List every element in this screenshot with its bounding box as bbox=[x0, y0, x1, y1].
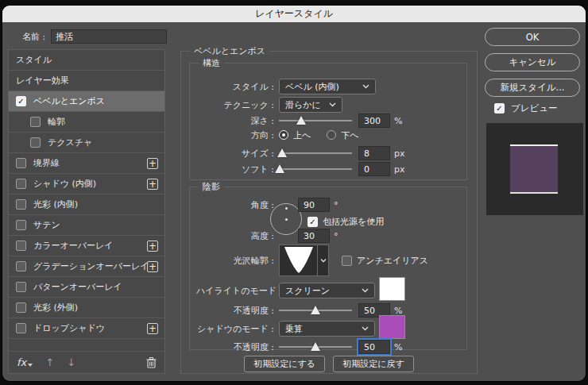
chevron-down-icon bbox=[362, 84, 369, 89]
soften-slider[interactable] bbox=[279, 164, 352, 175]
checkbox[interactable] bbox=[30, 117, 41, 127]
style-name-input[interactable] bbox=[51, 29, 167, 44]
chevron-down-icon bbox=[329, 102, 336, 107]
move-down-icon[interactable]: ↓ bbox=[67, 356, 75, 368]
checkbox[interactable] bbox=[16, 261, 26, 271]
slider-thumb[interactable] bbox=[275, 164, 284, 173]
antialias-checkbox[interactable] bbox=[342, 256, 352, 266]
add-effect-icon[interactable]: + bbox=[147, 323, 158, 334]
slider-thumb[interactable] bbox=[311, 342, 320, 351]
shadow-mode-select[interactable]: 乗算 bbox=[279, 321, 375, 337]
angle-input[interactable]: 90 bbox=[298, 198, 330, 212]
size-unit: px bbox=[394, 148, 405, 159]
sidebar-item-inner-shadow[interactable]: シャドウ (内側) + bbox=[9, 174, 164, 194]
soften-unit: px bbox=[394, 164, 405, 175]
checkbox[interactable] bbox=[16, 199, 26, 210]
style-preview bbox=[486, 123, 583, 215]
sidebar-item-gradient-overlay[interactable]: グラデーションオーバーレイ + bbox=[9, 256, 164, 277]
size-slider[interactable] bbox=[279, 148, 352, 159]
checkbox[interactable] bbox=[16, 179, 26, 189]
make-default-button[interactable]: 初期設定にする bbox=[244, 356, 325, 372]
sidebar-item-label: ベベルとエンボス bbox=[33, 95, 105, 107]
sidebar-footer: fx ↑ ↓ bbox=[9, 351, 164, 373]
move-up-icon[interactable]: ↑ bbox=[45, 356, 54, 368]
shadow-opacity-slider[interactable] bbox=[279, 341, 352, 352]
sidebar-item-label: レイヤー効果 bbox=[16, 75, 69, 87]
depth-input[interactable]: 300 bbox=[358, 114, 390, 128]
chevron-down-icon bbox=[28, 364, 33, 367]
checkbox[interactable] bbox=[16, 302, 26, 313]
bevel-emboss-panel: ベベルとエンボス 構造 スタイル : ベベル (内側) テクニック : 滑らかに bbox=[180, 51, 478, 374]
sidebar-item-pattern-overlay[interactable]: パターンオーバーレイ bbox=[9, 277, 164, 298]
new-style-button[interactable]: 新規スタイル... bbox=[485, 79, 580, 97]
direction-up-radio[interactable] bbox=[279, 130, 288, 140]
gloss-contour-label: 光沢輪郭 : bbox=[196, 255, 274, 267]
checkbox[interactable] bbox=[16, 323, 26, 333]
checkbox[interactable] bbox=[30, 137, 41, 148]
add-effect-icon[interactable]: + bbox=[147, 179, 158, 190]
size-input[interactable]: 8 bbox=[358, 146, 390, 160]
preview-checkbox[interactable] bbox=[494, 103, 505, 114]
checkbox[interactable] bbox=[16, 96, 26, 106]
add-effect-icon[interactable]: + bbox=[147, 158, 158, 169]
sidebar-item-label: 境界線 bbox=[33, 157, 60, 169]
checkbox[interactable] bbox=[16, 220, 26, 230]
style-preview-swatch bbox=[510, 144, 558, 194]
sidebar-item-styles[interactable]: スタイル bbox=[9, 50, 164, 71]
highlight-opacity-label: 不透明度 : bbox=[196, 305, 274, 317]
delete-effect-icon[interactable] bbox=[146, 357, 157, 368]
highlight-color-swatch[interactable] bbox=[379, 277, 405, 301]
angle-label: 角度 : bbox=[196, 199, 274, 211]
global-light-row: 包括光源を使用 bbox=[196, 216, 458, 228]
checkbox[interactable] bbox=[16, 241, 26, 251]
sidebar-item-satin[interactable]: サテン bbox=[9, 215, 164, 236]
checkbox[interactable] bbox=[16, 282, 26, 292]
slider-thumb[interactable] bbox=[277, 148, 287, 157]
fx-menu-icon[interactable]: fx bbox=[17, 356, 33, 368]
sidebar-item-contour[interactable]: 輪郭 bbox=[9, 112, 164, 133]
gloss-contour-picker[interactable] bbox=[279, 244, 329, 276]
cancel-button[interactable]: キャンセル bbox=[485, 53, 580, 71]
use-global-light-checkbox[interactable] bbox=[308, 217, 318, 227]
sidebar-item-blending-options[interactable]: レイヤー効果 bbox=[9, 71, 164, 91]
shadow-color-swatch[interactable] bbox=[379, 315, 405, 339]
slider-thumb[interactable] bbox=[296, 116, 306, 125]
highlight-opacity-slider[interactable] bbox=[279, 305, 352, 316]
sidebar-item-inner-glow[interactable]: 光彩 (内側) bbox=[9, 194, 164, 215]
angle-row: 角度 : 90 ° bbox=[196, 197, 458, 213]
depth-row: 深さ : 300 % bbox=[196, 113, 458, 129]
add-effect-icon[interactable]: + bbox=[147, 241, 158, 252]
shadow-opacity-label: 不透明度 : bbox=[196, 341, 274, 353]
chevron-down-icon[interactable] bbox=[317, 245, 328, 275]
layer-style-dialog: レイヤースタイル 名前 : スタイル レイヤー効果 ベベルとエンボス 輪郭 テク… bbox=[2, 6, 586, 381]
direction-up-label: 上へ bbox=[293, 129, 311, 141]
sidebar-item-stroke[interactable]: 境界線 + bbox=[9, 153, 164, 174]
direction-down-radio[interactable] bbox=[327, 130, 336, 140]
bevel-style-select[interactable]: ベベル (内側) bbox=[279, 79, 376, 94]
highlight-opacity-row: 不透明度 : 50 % bbox=[196, 302, 458, 318]
selected-value: 滑らかに bbox=[285, 99, 321, 111]
checkbox[interactable] bbox=[16, 158, 26, 168]
sidebar-item-drop-shadow[interactable]: ドロップシャドウ + bbox=[9, 318, 164, 339]
altitude-input[interactable]: 30 bbox=[298, 229, 330, 243]
soften-input[interactable]: 0 bbox=[358, 162, 390, 176]
highlight-mode-select[interactable]: スクリーン bbox=[279, 283, 375, 298]
technique-select[interactable]: 滑らかに bbox=[279, 97, 342, 113]
sidebar-item-outer-glow[interactable]: 光彩 (外側) bbox=[9, 298, 164, 318]
ok-button[interactable]: OK bbox=[485, 28, 580, 46]
sidebar-item-color-overlay[interactable]: カラーオーバーレイ + bbox=[9, 236, 164, 256]
direction-label: 方向 : bbox=[196, 129, 274, 141]
depth-slider[interactable] bbox=[279, 115, 352, 126]
contour-thumbnail-icon bbox=[280, 245, 317, 275]
direction-row: 方向 : 上へ 下へ bbox=[196, 129, 458, 141]
add-effect-icon[interactable]: + bbox=[147, 261, 158, 272]
sidebar-item-texture[interactable]: テクスチャ bbox=[9, 133, 164, 153]
panel-title: ベベルとエンボス bbox=[190, 45, 269, 57]
sidebar-item-bevel-emboss[interactable]: ベベルとエンボス bbox=[9, 91, 164, 112]
sidebar-item-label: 光彩 (内側) bbox=[33, 198, 78, 210]
slider-thumb[interactable] bbox=[311, 306, 320, 314]
altitude-unit: ° bbox=[334, 231, 338, 241]
reset-default-button[interactable]: 初期設定に戻す bbox=[333, 356, 414, 372]
selected-value: スクリーン bbox=[285, 285, 330, 297]
shadow-opacity-input[interactable]: 50 bbox=[358, 340, 390, 354]
